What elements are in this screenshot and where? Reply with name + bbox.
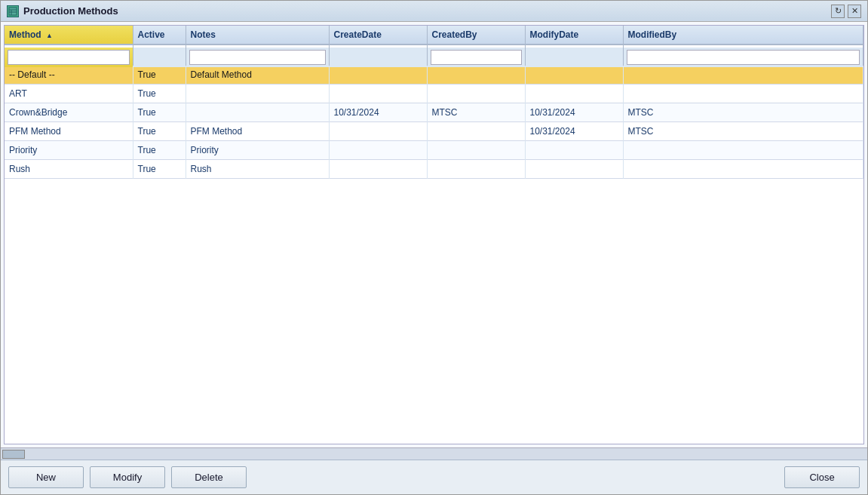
table-body: -- Default --TrueDefault MethodARTTrueCr… — [5, 66, 863, 179]
header-notes[interactable]: Notes — [186, 26, 329, 45]
cell-active: True — [133, 103, 186, 122]
cell-createdate — [329, 141, 427, 160]
cell-method: Priority — [5, 141, 133, 160]
cell-method: ART — [5, 85, 133, 103]
cell-createdby — [427, 66, 525, 85]
header-createdby[interactable]: CreatedBy — [427, 26, 525, 45]
filter-notes-cell — [186, 47, 329, 68]
cell-method: Rush — [5, 160, 133, 179]
cell-createdate — [329, 122, 427, 141]
scrollbar-thumb[interactable] — [2, 450, 25, 459]
cell-method: PFM Method — [5, 122, 133, 141]
cell-modifiedby — [623, 141, 863, 160]
filter-createdby-cell — [427, 47, 525, 68]
cell-notes — [186, 85, 329, 103]
cell-modifydate: 10/31/2024 — [525, 122, 623, 141]
main-window: Production Methods ↻ ✕ Method ▲ Active — [0, 0, 868, 495]
cell-modifydate: 10/31/2024 — [525, 103, 623, 122]
filter-createdate-cell — [329, 47, 427, 68]
new-button[interactable]: New — [8, 466, 84, 488]
filter-row — [5, 45, 863, 66]
cell-modifiedby — [623, 66, 863, 85]
header-modifydate[interactable]: ModifyDate — [525, 26, 623, 45]
cell-active: True — [133, 85, 186, 103]
cell-createdby — [427, 141, 525, 160]
cell-createdate — [329, 160, 427, 179]
cell-modifiedby: MTSC — [623, 103, 863, 122]
cell-createdate — [329, 85, 427, 103]
cell-modifydate — [525, 85, 623, 103]
delete-button[interactable]: Delete — [171, 466, 247, 488]
table-row[interactable]: PFM MethodTruePFM Method10/31/2024MTSC — [5, 122, 863, 141]
filter-active-cell — [133, 47, 186, 68]
table-row[interactable]: ARTTrue — [5, 85, 863, 103]
svg-rect-0 — [9, 8, 17, 15]
cell-createdby — [427, 122, 525, 141]
header-method[interactable]: Method ▲ — [5, 26, 133, 45]
cell-method: -- Default -- — [5, 66, 133, 85]
table-row[interactable]: -- Default --TrueDefault Method — [5, 66, 863, 85]
cell-notes: Priority — [186, 141, 329, 160]
filter-modifiedby-input[interactable] — [627, 50, 860, 65]
header-createdate[interactable]: CreateDate — [329, 26, 427, 45]
modify-button[interactable]: Modify — [90, 466, 165, 488]
content-area: Method ▲ Active Notes CreateDate — [1, 22, 867, 460]
column-header-row: Method ▲ Active Notes CreateDate — [5, 26, 863, 45]
cell-notes: Rush — [186, 160, 329, 179]
cell-active: True — [133, 122, 186, 141]
cell-notes: PFM Method — [186, 122, 329, 141]
cell-modifiedby: MTSC — [623, 122, 863, 141]
footer: New Modify Delete Close — [1, 460, 867, 494]
cell-active: True — [133, 66, 186, 85]
window-icon — [7, 5, 19, 17]
cell-notes: Default Method — [186, 66, 329, 85]
title-bar: Production Methods ↻ ✕ — [1, 1, 867, 22]
cell-method: Crown&Bridge — [5, 103, 133, 122]
header-active[interactable]: Active — [133, 26, 186, 45]
window-title: Production Methods — [23, 5, 118, 17]
cell-modifiedby — [623, 85, 863, 103]
filter-method-input[interactable] — [8, 50, 130, 65]
filter-modifiedby-cell — [623, 47, 863, 68]
cell-modifydate — [525, 141, 623, 160]
cell-createdby — [427, 85, 525, 103]
cell-createdby: MTSC — [427, 103, 525, 122]
table-row[interactable]: Crown&BridgeTrue10/31/2024MTSC10/31/2024… — [5, 103, 863, 122]
horizontal-scrollbar[interactable] — [1, 447, 867, 460]
data-grid[interactable]: Method ▲ Active Notes CreateDate — [4, 25, 864, 444]
filter-notes-input[interactable] — [189, 50, 326, 65]
cell-modifydate — [525, 66, 623, 85]
refresh-button[interactable]: ↻ — [831, 5, 845, 18]
table-row[interactable]: RushTrueRush — [5, 160, 863, 179]
cell-createdate — [329, 66, 427, 85]
cell-active: True — [133, 141, 186, 160]
table-row[interactable]: PriorityTruePriority — [5, 141, 863, 160]
cell-active: True — [133, 160, 186, 179]
filter-createdby-input[interactable] — [431, 50, 522, 65]
cell-createdby — [427, 160, 525, 179]
filter-modifydate-cell — [525, 47, 623, 68]
cell-createdate: 10/31/2024 — [329, 103, 427, 122]
header-modifiedby[interactable]: ModifiedBy — [623, 26, 863, 45]
cell-modifiedby — [623, 160, 863, 179]
close-window-button[interactable]: ✕ — [848, 5, 861, 18]
close-button[interactable]: Close — [784, 466, 860, 488]
cell-modifydate — [525, 160, 623, 179]
cell-notes — [186, 103, 329, 122]
sort-arrow-method: ▲ — [46, 32, 53, 39]
filter-method-cell — [5, 47, 133, 68]
